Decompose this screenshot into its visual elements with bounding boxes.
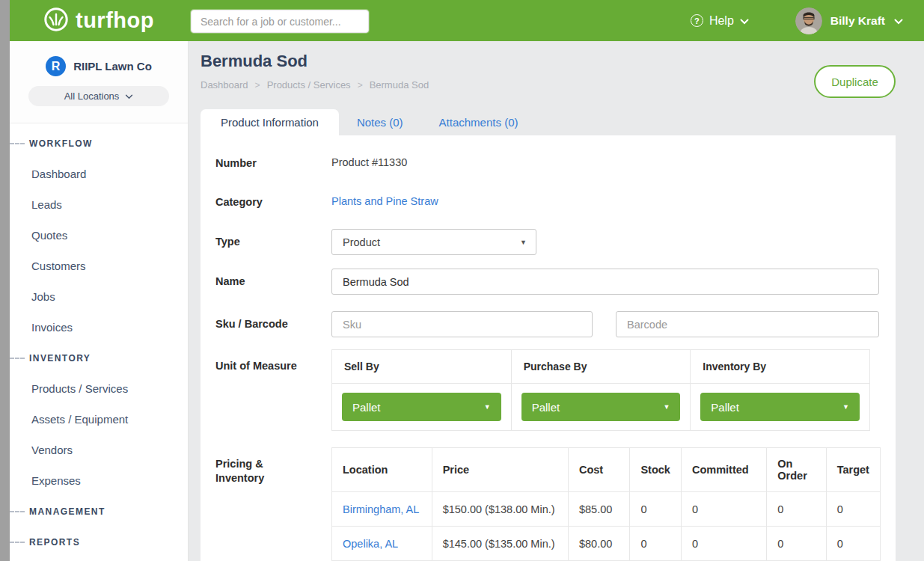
breadcrumb-separator-icon: >	[358, 80, 363, 91]
category-link[interactable]: Plants and Pine Straw	[331, 195, 438, 207]
sku-barcode-label: Sku / Barcode	[215, 311, 331, 331]
sidebar-section-reports[interactable]: REPORTS	[10, 527, 188, 557]
help-label: Help	[709, 14, 734, 28]
company-block: R RIIPL Lawn Co All Locations	[10, 41, 188, 123]
sidebar-section-management[interactable]: MANAGEMENT	[10, 496, 188, 527]
table-row: Opelika, AL $145.00 ($135.00 Min.) $80.0…	[332, 527, 881, 561]
col-location: Location	[332, 448, 432, 492]
price-cell: $145.00 ($135.00 Min.)	[432, 527, 568, 561]
cost-cell: $85.00	[568, 492, 629, 527]
sidebar-item-assets-equipment[interactable]: Assets / Equipment	[10, 413, 128, 426]
target-cell: 0	[826, 527, 880, 561]
sidebar-item-leads[interactable]: Leads	[10, 198, 62, 211]
table-header-row: Location Price Cost Stock Committed On O…	[332, 448, 881, 492]
inventory-by-dropdown[interactable]: Pallet▼	[700, 393, 860, 421]
help-menu[interactable]: ? Help	[691, 14, 749, 28]
on-order-cell: 0	[767, 527, 826, 561]
app-window: turfhop ? Help	[0, 0, 924, 561]
product-information-panel: Number Product #11330 Category Plants an…	[201, 135, 896, 561]
chevron-down-icon	[740, 14, 749, 28]
unit-of-measure-table: Sell By Purchase By Inventory By Pallet▼…	[331, 349, 870, 431]
user-menu-chevron-icon[interactable]	[894, 14, 903, 28]
on-order-cell: 0	[767, 492, 826, 527]
sidebar-section-inventory[interactable]: INVENTORY	[10, 343, 188, 373]
global-search-input[interactable]	[191, 10, 369, 33]
name-input[interactable]	[331, 269, 879, 295]
breadcrumb: Dashboard > Products / Services > Bermud…	[201, 79, 896, 91]
location-filter-dropdown[interactable]: All Locations	[28, 86, 169, 106]
target-cell: 0	[826, 492, 880, 527]
number-value: Product #11330	[331, 156, 407, 168]
turfhop-grass-icon	[43, 7, 69, 35]
unit-of-measure-label: Unit of Measure	[215, 349, 331, 373]
section-dash-icon	[10, 358, 25, 359]
section-dash-icon	[10, 542, 25, 543]
sidebar: R RIIPL Lawn Co All Locations WORKFLOW D…	[10, 41, 189, 561]
location-link-opelika[interactable]: Opelika, AL	[343, 538, 398, 550]
location-filter-label: All Locations	[64, 91, 120, 102]
user-avatar[interactable]	[795, 7, 822, 34]
col-price: Price	[432, 448, 568, 492]
help-icon: ?	[691, 14, 703, 27]
breadcrumb-dashboard[interactable]: Dashboard	[201, 79, 248, 91]
name-label: Name	[215, 269, 331, 289]
sidebar-item-vendors[interactable]: Vendors	[10, 444, 73, 456]
tab-bar: Product Information Notes (0) Attachment…	[189, 109, 924, 135]
triangle-down-icon: ▼	[520, 239, 527, 246]
sku-input[interactable]	[331, 311, 593, 337]
sidebar-item-expenses[interactable]: Expenses	[10, 474, 81, 487]
triangle-down-icon: ▼	[484, 403, 491, 411]
purchase-by-dropdown[interactable]: Pallet▼	[521, 393, 681, 421]
sidebar-item-quotes[interactable]: Quotes	[10, 229, 67, 242]
sidebar-item-dashboard[interactable]: Dashboard	[10, 168, 86, 180]
cost-cell: $80.00	[568, 527, 629, 561]
company-logo: R	[46, 56, 66, 76]
committed-cell: 0	[681, 527, 766, 561]
user-name: Billy Kraft	[830, 14, 885, 28]
chevron-down-icon	[125, 91, 133, 102]
section-dash-icon	[10, 511, 25, 512]
sidebar-item-jobs[interactable]: Jobs	[10, 290, 55, 303]
col-on-order: On Order	[767, 448, 826, 492]
top-bar: turfhop ? Help	[10, 0, 924, 41]
col-cost: Cost	[568, 448, 629, 492]
triangle-down-icon: ▼	[663, 403, 670, 411]
breadcrumb-products-services[interactable]: Products / Services	[267, 79, 351, 91]
main-content: Bermuda Sod Dashboard > Products / Servi…	[189, 41, 924, 561]
uom-col-inventory-by: Inventory By	[691, 350, 870, 384]
stock-cell: 0	[630, 492, 682, 527]
section-dash-icon	[10, 143, 25, 144]
breadcrumb-separator-icon: >	[255, 80, 260, 91]
sidebar-item-customers[interactable]: Customers	[10, 260, 86, 272]
table-row: Birmingham, AL $150.00 ($138.00 Min.) $8…	[332, 492, 881, 527]
pricing-inventory-table: Location Price Cost Stock Committed On O…	[331, 447, 881, 561]
committed-cell: 0	[681, 492, 766, 527]
breadcrumb-current: Bermuda Sod	[370, 79, 429, 91]
company-name: RIIPL Lawn Co	[73, 60, 152, 73]
sidebar-nav: WORKFLOW Dashboard Leads Quotes Customer…	[10, 123, 188, 557]
tab-product-information[interactable]: Product Information	[201, 109, 339, 135]
type-label: Type	[215, 229, 331, 249]
brand-logo[interactable]: turfhop	[43, 0, 154, 41]
pricing-inventory-label: Pricing & Inventory	[215, 447, 331, 485]
stock-cell: 0	[630, 527, 682, 561]
location-link-birmingham[interactable]: Birmingham, AL	[343, 503, 419, 515]
sidebar-section-workflow[interactable]: WORKFLOW	[10, 128, 188, 159]
brand-name: turfhop	[76, 8, 154, 33]
tab-attachments[interactable]: Attachments (0)	[421, 109, 536, 135]
col-stock: Stock	[630, 448, 682, 492]
sell-by-dropdown[interactable]: Pallet▼	[342, 393, 501, 421]
barcode-input[interactable]	[616, 311, 879, 337]
category-label: Category	[215, 195, 331, 209]
sidebar-item-invoices[interactable]: Invoices	[10, 321, 73, 334]
sidebar-item-products-services[interactable]: Products / Services	[10, 382, 128, 395]
type-select[interactable]: Product ▼	[331, 229, 536, 255]
type-select-value: Product	[343, 236, 380, 248]
uom-col-purchase-by: Purchase By	[511, 350, 691, 384]
tab-notes[interactable]: Notes (0)	[339, 109, 421, 135]
price-cell: $150.00 ($138.00 Min.)	[432, 492, 568, 527]
col-committed: Committed	[681, 448, 766, 492]
duplicate-button[interactable]: Duplicate	[814, 65, 896, 98]
col-target: Target	[826, 448, 880, 492]
window-edge	[0, 0, 10, 561]
